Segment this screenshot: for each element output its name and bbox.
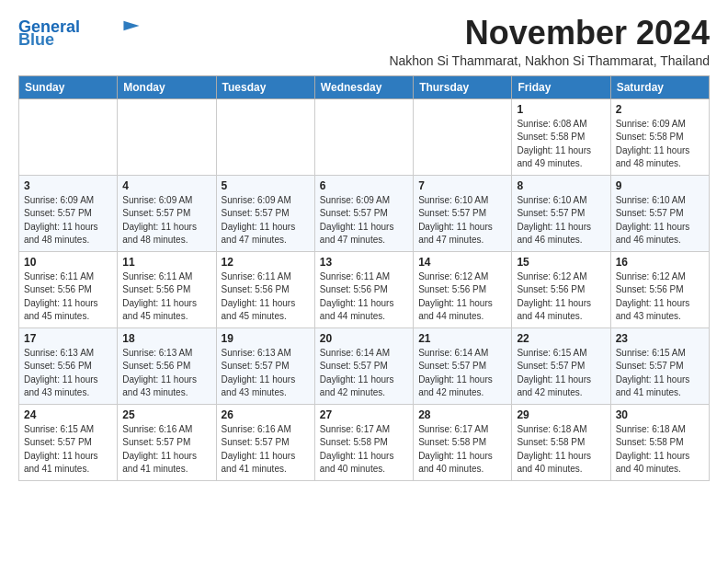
- col-header-sunday: Sunday: [19, 75, 118, 98]
- day-info: Sunrise: 6:11 AM Sunset: 5:56 PM Dayligh…: [122, 270, 210, 324]
- day-cell: 11Sunrise: 6:11 AM Sunset: 5:56 PM Dayli…: [118, 251, 216, 327]
- day-info: Sunrise: 6:15 AM Sunset: 5:57 PM Dayligh…: [24, 423, 112, 477]
- day-cell: [216, 98, 314, 175]
- day-number: 12: [222, 256, 310, 269]
- day-info: Sunrise: 6:14 AM Sunset: 5:57 PM Dayligh…: [320, 347, 408, 400]
- logo: General Blue: [18, 18, 142, 48]
- day-info: Sunrise: 6:09 AM Sunset: 5:57 PM Dayligh…: [320, 194, 408, 247]
- day-cell: 22Sunrise: 6:15 AM Sunset: 5:57 PM Dayli…: [512, 327, 610, 404]
- day-number: 14: [418, 256, 506, 269]
- day-cell: 8Sunrise: 6:10 AM Sunset: 5:57 PM Daylig…: [512, 175, 610, 251]
- day-cell: 21Sunrise: 6:14 AM Sunset: 5:57 PM Dayli…: [414, 327, 512, 404]
- day-number: 1: [517, 103, 605, 116]
- day-number: 9: [616, 179, 704, 192]
- day-number: 23: [616, 332, 704, 345]
- day-cell: [19, 98, 118, 175]
- day-cell: 13Sunrise: 6:11 AM Sunset: 5:56 PM Dayli…: [314, 251, 413, 327]
- day-number: 11: [122, 256, 210, 269]
- day-cell: 25Sunrise: 6:16 AM Sunset: 5:57 PM Dayli…: [118, 404, 216, 480]
- day-number: 5: [222, 179, 310, 192]
- day-cell: 24Sunrise: 6:15 AM Sunset: 5:57 PM Dayli…: [19, 404, 118, 480]
- day-info: Sunrise: 6:13 AM Sunset: 5:56 PM Dayligh…: [24, 347, 112, 400]
- day-number: 8: [517, 179, 605, 192]
- day-number: 19: [222, 332, 310, 345]
- day-cell: 26Sunrise: 6:16 AM Sunset: 5:57 PM Dayli…: [216, 404, 314, 480]
- day-number: 6: [320, 179, 408, 192]
- day-cell: 10Sunrise: 6:11 AM Sunset: 5:56 PM Dayli…: [19, 251, 118, 327]
- day-info: Sunrise: 6:12 AM Sunset: 5:56 PM Dayligh…: [517, 270, 605, 324]
- day-cell: 4Sunrise: 6:09 AM Sunset: 5:57 PM Daylig…: [118, 175, 216, 251]
- col-header-wednesday: Wednesday: [314, 75, 413, 98]
- day-info: Sunrise: 6:18 AM Sunset: 5:58 PM Dayligh…: [616, 423, 704, 477]
- day-info: Sunrise: 6:11 AM Sunset: 5:56 PM Dayligh…: [222, 270, 310, 324]
- day-info: Sunrise: 6:18 AM Sunset: 5:58 PM Dayligh…: [517, 423, 605, 477]
- day-number: 21: [418, 332, 506, 345]
- day-number: 27: [320, 408, 408, 421]
- day-number: 30: [616, 408, 704, 421]
- day-info: Sunrise: 6:11 AM Sunset: 5:56 PM Dayligh…: [24, 270, 112, 324]
- day-info: Sunrise: 6:16 AM Sunset: 5:57 PM Dayligh…: [122, 423, 210, 477]
- day-cell: 5Sunrise: 6:09 AM Sunset: 5:57 PM Daylig…: [216, 175, 314, 251]
- day-number: 22: [517, 332, 605, 345]
- day-number: 17: [24, 332, 112, 345]
- day-cell: 27Sunrise: 6:17 AM Sunset: 5:58 PM Dayli…: [314, 404, 413, 480]
- week-row-3: 10Sunrise: 6:11 AM Sunset: 5:56 PM Dayli…: [19, 251, 710, 327]
- day-info: Sunrise: 6:12 AM Sunset: 5:56 PM Dayligh…: [418, 270, 506, 324]
- day-cell: [414, 98, 512, 175]
- calendar-header-row: SundayMondayTuesdayWednesdayThursdayFrid…: [19, 75, 710, 98]
- day-info: Sunrise: 6:12 AM Sunset: 5:56 PM Dayligh…: [616, 270, 704, 324]
- svg-marker-0: [123, 21, 139, 30]
- week-row-4: 17Sunrise: 6:13 AM Sunset: 5:56 PM Dayli…: [19, 327, 710, 404]
- day-info: Sunrise: 6:10 AM Sunset: 5:57 PM Dayligh…: [616, 194, 704, 247]
- col-header-tuesday: Tuesday: [216, 75, 314, 98]
- day-info: Sunrise: 6:09 AM Sunset: 5:57 PM Dayligh…: [122, 194, 210, 247]
- day-cell: 16Sunrise: 6:12 AM Sunset: 5:56 PM Dayli…: [610, 251, 709, 327]
- day-cell: 19Sunrise: 6:13 AM Sunset: 5:57 PM Dayli…: [216, 327, 314, 404]
- logo-blue: Blue: [18, 31, 54, 48]
- day-info: Sunrise: 6:08 AM Sunset: 5:58 PM Dayligh…: [517, 118, 605, 171]
- day-cell: 15Sunrise: 6:12 AM Sunset: 5:56 PM Dayli…: [512, 251, 610, 327]
- day-info: Sunrise: 6:17 AM Sunset: 5:58 PM Dayligh…: [320, 423, 408, 477]
- month-title: November 2024: [389, 15, 710, 52]
- day-number: 20: [320, 332, 408, 345]
- week-row-2: 3Sunrise: 6:09 AM Sunset: 5:57 PM Daylig…: [19, 175, 710, 251]
- day-number: 29: [517, 408, 605, 421]
- day-cell: 30Sunrise: 6:18 AM Sunset: 5:58 PM Dayli…: [610, 404, 709, 480]
- day-cell: 17Sunrise: 6:13 AM Sunset: 5:56 PM Dayli…: [19, 327, 118, 404]
- day-number: 26: [222, 408, 310, 421]
- header: General Blue November 2024 Nakhon Si Tha…: [18, 15, 710, 68]
- day-info: Sunrise: 6:09 AM Sunset: 5:58 PM Dayligh…: [616, 118, 704, 171]
- day-cell: [314, 98, 413, 175]
- day-number: 7: [418, 179, 506, 192]
- subtitle: Nakhon Si Thammarat, Nakhon Si Thammarat…: [389, 53, 710, 68]
- day-cell: 1Sunrise: 6:08 AM Sunset: 5:58 PM Daylig…: [512, 98, 610, 175]
- day-number: 16: [616, 256, 704, 269]
- day-info: Sunrise: 6:16 AM Sunset: 5:57 PM Dayligh…: [222, 423, 310, 477]
- col-header-friday: Friday: [512, 75, 610, 98]
- col-header-monday: Monday: [118, 75, 216, 98]
- day-cell: 20Sunrise: 6:14 AM Sunset: 5:57 PM Dayli…: [314, 327, 413, 404]
- day-number: 25: [122, 408, 210, 421]
- day-number: 18: [122, 332, 210, 345]
- day-cell: 29Sunrise: 6:18 AM Sunset: 5:58 PM Dayli…: [512, 404, 610, 480]
- day-number: 15: [517, 256, 605, 269]
- day-cell: 23Sunrise: 6:15 AM Sunset: 5:57 PM Dayli…: [610, 327, 709, 404]
- day-info: Sunrise: 6:10 AM Sunset: 5:57 PM Dayligh…: [418, 194, 506, 247]
- day-cell: 18Sunrise: 6:13 AM Sunset: 5:56 PM Dayli…: [118, 327, 216, 404]
- day-number: 24: [24, 408, 112, 421]
- title-block: November 2024 Nakhon Si Thammarat, Nakho…: [389, 15, 710, 68]
- day-info: Sunrise: 6:13 AM Sunset: 5:57 PM Dayligh…: [222, 347, 310, 400]
- day-number: 28: [418, 408, 506, 421]
- week-row-1: 1Sunrise: 6:08 AM Sunset: 5:58 PM Daylig…: [19, 98, 710, 175]
- day-cell: 3Sunrise: 6:09 AM Sunset: 5:57 PM Daylig…: [19, 175, 118, 251]
- day-info: Sunrise: 6:09 AM Sunset: 5:57 PM Dayligh…: [222, 194, 310, 247]
- day-cell: 14Sunrise: 6:12 AM Sunset: 5:56 PM Dayli…: [414, 251, 512, 327]
- day-cell: 7Sunrise: 6:10 AM Sunset: 5:57 PM Daylig…: [414, 175, 512, 251]
- logo-icon: [120, 19, 142, 32]
- day-cell: 28Sunrise: 6:17 AM Sunset: 5:58 PM Dayli…: [414, 404, 512, 480]
- col-header-thursday: Thursday: [414, 75, 512, 98]
- day-cell: 6Sunrise: 6:09 AM Sunset: 5:57 PM Daylig…: [314, 175, 413, 251]
- day-number: 4: [122, 179, 210, 192]
- day-info: Sunrise: 6:10 AM Sunset: 5:57 PM Dayligh…: [517, 194, 605, 247]
- day-cell: 2Sunrise: 6:09 AM Sunset: 5:58 PM Daylig…: [610, 98, 709, 175]
